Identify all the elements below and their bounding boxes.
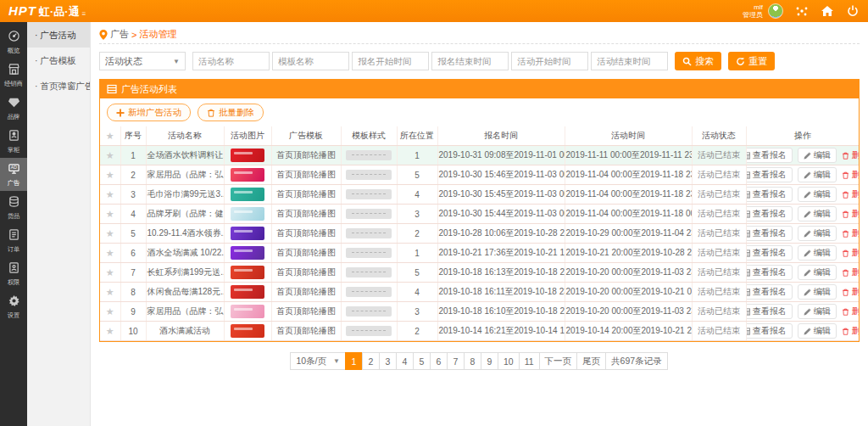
trash-icon: [842, 152, 849, 160]
view-signup-button[interactable]: 查看报名: [746, 167, 793, 182]
delete-button[interactable]: 删除: [842, 188, 859, 200]
next-page-button[interactable]: 下一页: [539, 352, 578, 370]
rail-item-distributor[interactable]: 经销商: [0, 59, 27, 92]
delete-button[interactable]: 删除: [842, 208, 859, 220]
col-header: 报名时间: [437, 126, 565, 146]
view-signup-button[interactable]: 查看报名: [746, 265, 793, 280]
star-icon[interactable]: ★: [106, 228, 114, 238]
batch-delete-button[interactable]: 批量删除: [198, 104, 264, 121]
last-page-button[interactable]: 尾页: [576, 352, 606, 370]
page-number-button[interactable]: 1: [345, 352, 363, 370]
edit-button[interactable]: 编辑: [798, 226, 837, 241]
view-signup-button[interactable]: 查看报名: [746, 245, 793, 261]
cell-signup-time: 2019-10-30 15:45至2019-11-03 00:00: [437, 185, 565, 205]
reset-button[interactable]: 重置: [728, 52, 775, 70]
power-icon[interactable]: [846, 4, 860, 18]
rail-item-goods[interactable]: 货品: [0, 191, 27, 224]
cell-position: 2: [397, 322, 437, 341]
delete-button[interactable]: 删除: [842, 169, 859, 181]
delete-button[interactable]: 删除: [842, 325, 859, 337]
edit-button[interactable]: 编辑: [798, 245, 837, 261]
rail-item-permissions[interactable]: 权限: [0, 257, 27, 290]
star-icon[interactable]: ★: [106, 306, 114, 317]
star-icon[interactable]: ★: [106, 189, 114, 199]
cell-index: 5: [120, 224, 146, 244]
edit-button[interactable]: 编辑: [798, 304, 837, 319]
page-number-button[interactable]: 5: [413, 352, 431, 370]
star-icon[interactable]: ★: [106, 150, 114, 160]
edit-button[interactable]: 编辑: [798, 323, 837, 339]
view-signup-button[interactable]: 查看报名: [746, 304, 793, 319]
page-number-button[interactable]: 8: [464, 352, 481, 370]
cell-ad-template: 首页顶部轮播图: [271, 185, 341, 205]
rail-item-ads[interactable]: AD 广告: [0, 158, 27, 191]
delete-button[interactable]: 删除: [842, 149, 859, 161]
home-icon[interactable]: [821, 4, 834, 18]
cell-signup-time: 2019-10-31 09:08至2019-11-01 00:00: [437, 146, 565, 165]
grid-icon: [746, 328, 750, 335]
page-number-button[interactable]: 3: [379, 352, 397, 370]
status-badge: 活动已结束: [698, 228, 740, 238]
search-button[interactable]: 搜索: [675, 52, 721, 70]
page-number-button[interactable]: 9: [481, 352, 498, 370]
cell-index: 2: [120, 165, 146, 185]
filter-input[interactable]: [511, 52, 588, 70]
col-header: 活动状态: [692, 126, 746, 146]
activity-status-select[interactable]: 活动状态 ▼: [99, 52, 186, 70]
filter-input[interactable]: [591, 52, 668, 70]
page-size-select[interactable]: 10条/页 ▼: [290, 352, 346, 370]
delete-button[interactable]: 删除: [842, 266, 859, 278]
view-signup-button[interactable]: 查看报名: [746, 206, 793, 221]
view-signup-button[interactable]: 查看报名: [746, 148, 793, 163]
rail-item-shopkeeper[interactable]: 掌柜: [0, 125, 27, 158]
nodes-icon[interactable]: [795, 4, 809, 18]
sidebar-item-home-popup-ad[interactable]: · 首页弹窗广告: [27, 73, 90, 98]
app-logo: HPT 虹·品·通 ≡: [8, 3, 86, 20]
star-icon[interactable]: ★: [106, 248, 114, 258]
page-number-button[interactable]: 4: [396, 352, 414, 370]
star-icon[interactable]: ★: [106, 287, 114, 297]
filter-input[interactable]: [352, 52, 429, 70]
table-row: ★ 9 家居用品（品牌：弘... 首页顶部轮播图 3 2019-10-18 16…: [100, 302, 859, 322]
view-signup-button[interactable]: 查看报名: [746, 284, 793, 300]
delete-button[interactable]: 删除: [842, 247, 859, 259]
delete-button[interactable]: 删除: [842, 305, 859, 317]
avatar[interactable]: [768, 3, 783, 19]
page-number-button[interactable]: 11: [519, 352, 540, 370]
grid-icon: [746, 230, 750, 238]
star-icon[interactable]: ★: [106, 326, 114, 336]
rail-item-overview[interactable]: 概览: [0, 25, 27, 59]
filter-input[interactable]: [431, 52, 509, 70]
star-icon[interactable]: ★: [106, 267, 114, 277]
edit-button[interactable]: 编辑: [798, 284, 837, 300]
sidebar-item-ad-template[interactable]: · 广告模板: [27, 48, 90, 73]
delete-button[interactable]: 删除: [842, 227, 859, 239]
add-activity-button[interactable]: 新增广告活动: [107, 104, 191, 121]
caret-down-icon: ▼: [173, 58, 180, 65]
star-icon[interactable]: ★: [106, 170, 114, 180]
rail-item-brand[interactable]: 品牌: [0, 92, 27, 125]
page-number-button[interactable]: 2: [362, 352, 380, 370]
cell-activity-name: 休闲食品每满128元...: [146, 283, 224, 302]
edit-button[interactable]: 编辑: [798, 265, 837, 280]
delete-button[interactable]: 删除: [842, 286, 859, 298]
edit-button[interactable]: 编辑: [798, 187, 837, 202]
page-number-button[interactable]: 10: [498, 352, 520, 370]
filter-input[interactable]: [272, 52, 349, 70]
sidebar-item-ad-activity[interactable]: · 广告活动: [27, 22, 90, 48]
page-number-button[interactable]: 7: [447, 352, 465, 370]
star-icon[interactable]: ★: [106, 209, 114, 219]
total-records-label: 共697条记录: [605, 352, 668, 370]
view-signup-button[interactable]: 查看报名: [746, 226, 793, 241]
filter-input[interactable]: [192, 52, 270, 70]
page-number-button[interactable]: 6: [430, 352, 448, 370]
rail-item-orders[interactable]: 订单: [0, 224, 27, 257]
view-signup-button[interactable]: 查看报名: [746, 187, 793, 202]
view-signup-button[interactable]: 查看报名: [746, 323, 793, 339]
edit-button[interactable]: 编辑: [798, 167, 837, 182]
edit-button[interactable]: 编辑: [798, 206, 837, 221]
rail-item-settings[interactable]: 设置: [0, 290, 27, 323]
edit-button[interactable]: 编辑: [798, 148, 837, 163]
cell-index: 10: [120, 322, 146, 341]
cell-activity-name: 品牌牙刷（品牌：健...: [146, 205, 224, 224]
